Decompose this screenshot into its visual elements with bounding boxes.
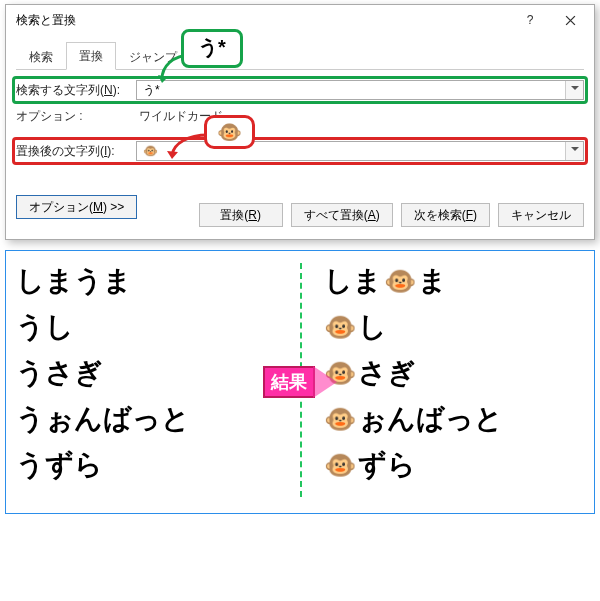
list-item: 🐵ぉんばっと (324, 405, 584, 433)
close-button[interactable] (550, 6, 590, 34)
replace-dropdown[interactable] (565, 142, 583, 160)
find-input-value: う* (143, 82, 160, 99)
result-badge: 結果 (263, 366, 337, 398)
replace-all-button[interactable]: すべて置換(A) (291, 203, 393, 227)
replace-input[interactable]: 🐵 (136, 141, 584, 161)
result-label: 結果 (263, 366, 315, 398)
tab-search[interactable]: 検索 (16, 43, 66, 70)
list-item: しま🐵ま (324, 267, 584, 295)
options-label: オプション : (16, 108, 136, 125)
close-icon (565, 15, 576, 26)
replace-label: 置換後の文字列(I): (16, 143, 136, 160)
find-input[interactable]: う* (136, 80, 584, 100)
list-item: うさぎ (16, 359, 276, 387)
find-label: 検索する文字列(N): (16, 82, 136, 99)
replace-row: 置換後の文字列(I): 🐵 (16, 141, 584, 161)
titlebar: 検索と置換 ? (6, 5, 594, 35)
chevron-down-icon (571, 86, 579, 94)
list-item: 🐵し (324, 313, 584, 341)
list-item: うずら (16, 451, 276, 479)
arrow-right-icon (313, 366, 337, 398)
list-item: うぉんばっと (16, 405, 276, 433)
chevron-down-icon (571, 147, 579, 155)
find-callout: う* (181, 29, 243, 68)
button-row: 置換(R) すべて置換(A) 次を検索(F) キャンセル (199, 203, 584, 227)
list-item: しまうま (16, 267, 276, 295)
list-item: 🐵ずら (324, 451, 584, 479)
tabs: 検索 置換 ジャンプ (16, 41, 584, 70)
dialog-title: 検索と置換 (16, 12, 510, 29)
replace-input-value: 🐵 (143, 144, 158, 158)
list-item: 🐵さぎ (324, 359, 584, 387)
tab-jump[interactable]: ジャンプ (116, 43, 190, 70)
find-replace-dialog: 検索と置換 ? う* 検索 置換 ジャンプ 検索する文字列(N): う* (5, 4, 595, 240)
find-next-button[interactable]: 次を検索(F) (401, 203, 490, 227)
help-button[interactable]: ? (510, 6, 550, 34)
replace-button[interactable]: 置換(R) (199, 203, 283, 227)
options-button[interactable]: オプション(M) >> (16, 195, 137, 219)
tab-replace[interactable]: 置換 (66, 42, 116, 70)
options-row: オプション : ワイルドカード (16, 108, 584, 125)
results-panel: 結果 しまうま うし うさぎ うぉんばっと うずら しま🐵ま 🐵し 🐵さぎ 🐵ぉ… (5, 250, 595, 514)
find-dropdown[interactable] (565, 81, 583, 99)
before-column: しまうま うし うさぎ うぉんばっと うずら (16, 263, 284, 497)
list-item: うし (16, 313, 276, 341)
cancel-button[interactable]: キャンセル (498, 203, 584, 227)
find-row: 検索する文字列(N): う* (16, 80, 584, 100)
replace-callout: 🐵 (204, 115, 255, 149)
